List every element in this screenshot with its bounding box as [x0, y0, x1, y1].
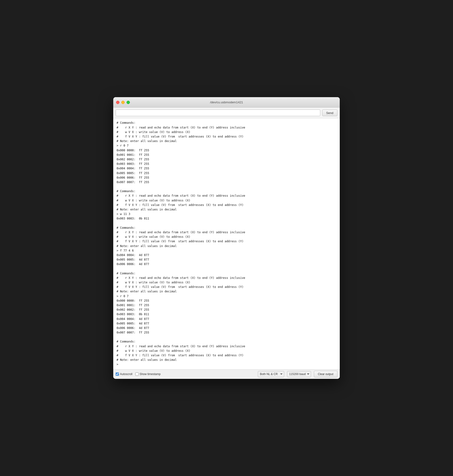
traffic-lights: [116, 101, 130, 104]
output-area[interactable]: # Commands: # r X Y : read and echo data…: [113, 118, 340, 369]
window-title: /dev/cu.usbmodem1421: [210, 101, 243, 104]
autoscroll-checkbox[interactable]: [116, 372, 119, 376]
close-button[interactable]: [116, 101, 120, 104]
titlebar: /dev/cu.usbmodem1421: [113, 97, 340, 108]
output-content: # Commands: # r X Y : read and echo data…: [117, 121, 336, 367]
clear-output-button[interactable]: Clear output: [314, 371, 337, 377]
show-timestamp-checkbox[interactable]: [135, 372, 139, 376]
show-timestamp-text: Show timestamp: [140, 372, 161, 376]
serial-monitor-window: /dev/cu.usbmodem1421 Send # Commands: # …: [113, 97, 340, 379]
send-button[interactable]: Send: [322, 109, 337, 116]
toolbar: Send: [113, 108, 340, 118]
autoscroll-label[interactable]: Autoscroll: [116, 372, 133, 376]
command-input[interactable]: [116, 109, 320, 116]
baud-rate-select[interactable]: 115200 baud 300 baud 1200 baud 2400 baud…: [287, 371, 311, 377]
line-ending-select[interactable]: Both NL & CR No line ending Newline Carr…: [258, 371, 284, 377]
show-timestamp-label[interactable]: Show timestamp: [135, 372, 161, 376]
minimize-button[interactable]: [121, 101, 125, 104]
autoscroll-text: Autoscroll: [120, 372, 133, 376]
statusbar: Autoscroll Show timestamp Both NL & CR N…: [113, 369, 340, 379]
maximize-button[interactable]: [127, 101, 130, 104]
